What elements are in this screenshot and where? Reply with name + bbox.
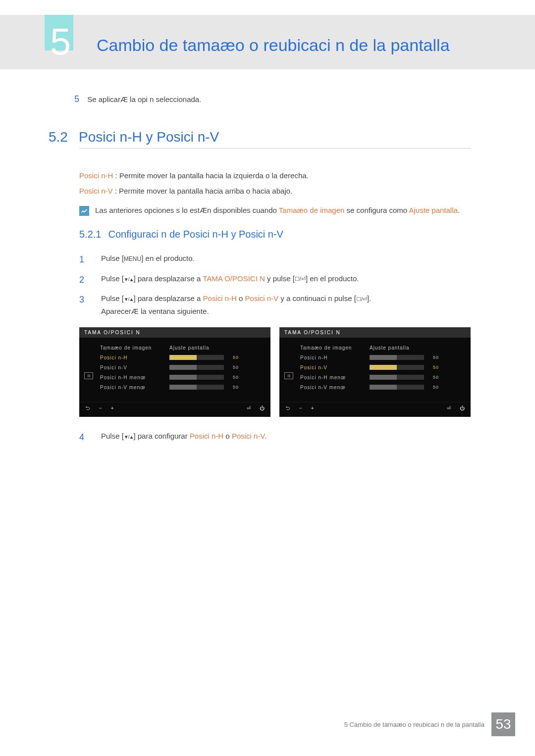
osd-value: 50 <box>427 365 439 370</box>
osd-item: Posici n-H 50 <box>300 353 465 362</box>
slider-icon <box>370 355 424 360</box>
osd-value: 50 <box>427 355 439 360</box>
osd-label: Posici n-V menœ <box>300 385 370 390</box>
section-num: 5.2 <box>49 129 68 145</box>
step-3-orange2: Posici n-V <box>245 294 279 302</box>
slider-icon <box>370 365 424 370</box>
step-1-post: ] en el producto. <box>141 254 195 262</box>
osd-row: TAMA O/POSICI N Tamaæo de imagen Ajuste … <box>79 327 476 417</box>
osd-item: Posici n-H menœ 50 <box>300 372 465 382</box>
note-row: Las anteriores opciones s lo estÆn dispo… <box>79 206 476 216</box>
def-posv-text: : Permite mover la pantalla hacia arriba… <box>113 187 293 195</box>
step-2-target: TAMA O/POSICI N <box>203 274 265 283</box>
step-3-line2: AparecerÆ la ventana siguiente. <box>101 305 371 318</box>
section-heading: 5.2 Posici n-H y Posici n-V <box>49 129 476 151</box>
footer-text: 5 Cambio de tamaæo o reubicaci n de la p… <box>344 721 484 728</box>
osd-item: Posici n-H menœ 50 <box>100 372 265 382</box>
osd-right-title: TAMA O/POSICI N <box>279 327 471 338</box>
step-2-num: 2 <box>79 272 88 288</box>
slider-icon <box>370 385 424 390</box>
step-4-orange1: Posici n-H <box>190 432 223 440</box>
osd-value: Ajuste pantalla <box>370 345 444 351</box>
step-3-mid2: y a continuaci n pulse [ <box>278 294 356 302</box>
osd-label: Tamaæo de imagen <box>300 345 370 351</box>
step-5-line: 5 Se aplicarÆ la opi n seleccionada. <box>74 94 476 104</box>
osd-label: Posici n-V <box>100 365 169 370</box>
osd-power-icon: ⏻ <box>460 405 465 411</box>
step-1-num: 1 <box>79 252 88 267</box>
chapter-number: 5 <box>50 20 71 63</box>
note-orange2: Ajuste pantalla <box>409 206 457 214</box>
step-3-num: 3 <box>79 292 88 307</box>
osd-label: Posici n-H <box>300 355 370 360</box>
note-icon <box>79 206 89 216</box>
osd-item: Posici n-V menœ 50 <box>300 382 465 392</box>
step-5-num: 5 <box>74 94 79 104</box>
updown-icon: ▼/▲ <box>124 434 134 440</box>
note-orange1: Tamaæo de imagen <box>279 206 345 214</box>
page-number: 53 <box>491 712 515 736</box>
subsection-heading: 5.2.1 Configuraci n de Posici n-H y Posi… <box>79 229 476 240</box>
header-band: 5 Cambio de tamaæo o reubicaci n de la p… <box>0 15 535 69</box>
def-posv-label: Posici n-V <box>79 187 113 195</box>
step-2-pre: Pulse [ <box>101 274 124 283</box>
osd-label: Posici n-V menœ <box>100 385 169 390</box>
def-posh: Posici n-H : Permite mover la pantalla h… <box>79 171 476 180</box>
osd-value: 50 <box>227 365 239 370</box>
slider-icon <box>370 375 424 380</box>
osd-label: Posici n-H menœ <box>300 375 370 380</box>
osd-label: Posici n-H <box>100 355 169 360</box>
osd-item-highlight: Posici n-H 50 <box>100 353 265 362</box>
osd-minus-icon: − <box>299 405 302 411</box>
step-3-or: o <box>237 294 245 302</box>
osd-label: Posici n-H menœ <box>100 375 169 380</box>
slider-icon <box>169 365 224 370</box>
note-mid: se configura como <box>344 206 409 214</box>
osd-footer: ⮌ − + ⏎ ⏻ <box>79 402 270 413</box>
enter-icon: ☐/⏎ <box>356 295 367 304</box>
osd-item: Posici n-V menœ 50 <box>100 382 265 392</box>
osd-power-icon: ⏻ <box>260 405 265 411</box>
note-pre: Las anteriores opciones s lo estÆn dispo… <box>95 206 279 214</box>
step-4-post: . <box>265 432 267 440</box>
osd-item: Tamaæo de imagen Ajuste pantalla <box>300 343 465 353</box>
step-2: 2 Pulse [▼/▲] para desplazarse a TAMA O/… <box>79 272 476 288</box>
osd-right: TAMA O/POSICI N Tamaæo de imagen Ajuste … <box>279 327 471 417</box>
step-5-text: Se aplicarÆ la opi n seleccionada. <box>87 95 201 103</box>
note-post: . <box>458 206 460 214</box>
subsect-title: Configuraci n de Posici n-H y Posici n-V <box>108 229 283 240</box>
step-2-post: ] en el producto. <box>306 274 359 283</box>
step-4: 4 Pulse [▼/▲] para configurar Posici n-H… <box>79 430 476 445</box>
slider-icon <box>169 385 224 390</box>
updown-icon: ▼/▲ <box>124 276 134 282</box>
osd-value: 50 <box>427 385 439 390</box>
osd-minus-icon: − <box>99 405 102 411</box>
osd-back-icon: ⮌ <box>85 405 90 411</box>
osd-enter-icon: ⏎ <box>247 405 251 411</box>
content-area: 5 Se aplicarÆ la opi n seleccionada. 5.2… <box>79 94 476 450</box>
step-1: 1 Pulse [MENU] en el producto. <box>79 252 476 267</box>
def-posv: Posici n-V : Permite mover la pantalla h… <box>79 187 476 195</box>
updown-icon: ▼/▲ <box>124 297 134 302</box>
subsect-num: 5.2.1 <box>79 229 101 240</box>
step-3-pre: Pulse [ <box>101 294 124 302</box>
osd-left-title: TAMA O/POSICI N <box>79 327 270 338</box>
step-4-pre: Pulse [ <box>101 432 124 440</box>
osd-value: Ajuste pantalla <box>169 345 244 351</box>
osd-value: 50 <box>227 375 239 380</box>
osd-back-icon: ⮌ <box>285 405 290 411</box>
step-3-mid: ] para desplazarse a <box>133 294 203 302</box>
osd-label: Posici n-V <box>300 365 370 370</box>
step-4-orange2: Posici n-V <box>232 432 265 440</box>
step-3: 3 Pulse [▼/▲] para desplazarse a Posici … <box>79 292 476 317</box>
enter-icon: ☐/⏎ <box>295 274 306 284</box>
section-title: Posici n-H y Posici n-V <box>79 129 219 145</box>
osd-plus-icon: + <box>311 405 314 411</box>
osd-aspect-icon <box>284 372 293 379</box>
note-text: Las anteriores opciones s lo estÆn dispo… <box>95 206 460 214</box>
step-4-num: 4 <box>79 430 88 445</box>
menu-label: MENU <box>124 254 141 264</box>
osd-footer: ⮌ − + ⏎ ⏻ <box>279 402 471 413</box>
slider-icon <box>169 355 224 360</box>
osd-aspect-icon <box>84 372 93 379</box>
